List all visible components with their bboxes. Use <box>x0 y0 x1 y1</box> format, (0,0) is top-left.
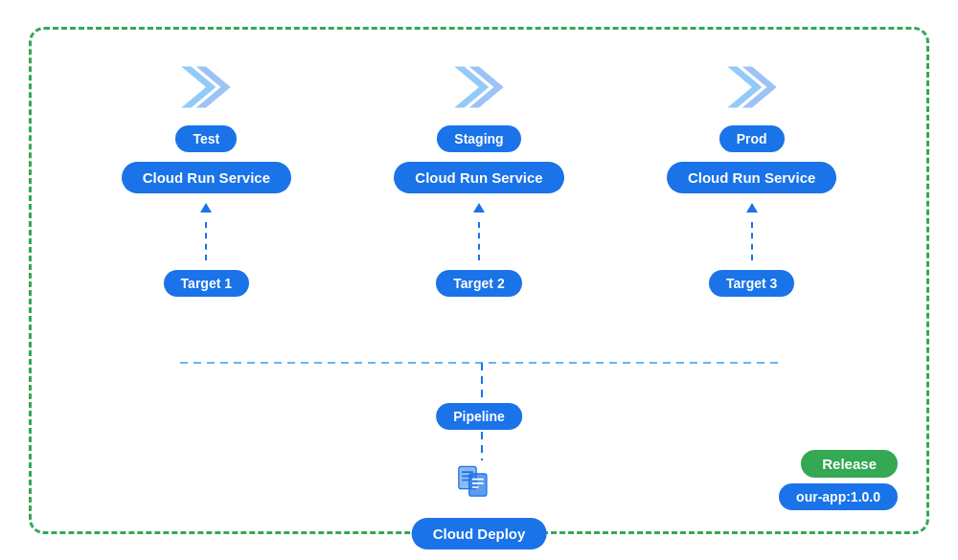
v-line-test <box>205 222 207 260</box>
diagram-container: Test Cloud Run Service Target 1 Staging <box>29 27 929 534</box>
pipeline-pill: Pipeline <box>436 403 522 430</box>
column-staging: Staging Cloud Run Service Target 2 <box>394 58 563 297</box>
arrow-up-prod <box>746 203 758 213</box>
release-section: Release our-app:1.0.0 <box>779 450 898 510</box>
cloud-run-icon-test <box>172 58 240 116</box>
target-label-test: Target 1 <box>164 270 249 297</box>
deploy-label: Cloud Deploy <box>412 518 547 549</box>
service-label-staging: Cloud Run Service <box>394 162 563 193</box>
target-label-prod: Target 3 <box>709 270 794 297</box>
cloud-run-icon-staging <box>445 58 513 116</box>
release-badge: Release <box>801 450 898 478</box>
column-prod: Prod Cloud Run Service Target 3 <box>667 58 836 297</box>
service-label-test: Cloud Run Service <box>122 162 291 193</box>
cloud-run-icon-prod <box>718 58 786 116</box>
cloud-deploy-section: Cloud Deploy <box>412 459 547 549</box>
arrow-up-staging <box>473 203 485 213</box>
env-label-test: Test <box>175 125 237 152</box>
service-label-prod: Cloud Run Service <box>667 162 836 193</box>
svg-rect-14 <box>469 473 487 495</box>
v-line-staging <box>478 222 480 260</box>
column-test: Test Cloud Run Service Target 1 <box>122 58 291 297</box>
release-version: our-app:1.0.0 <box>779 483 898 510</box>
env-label-prod: Prod <box>719 125 785 152</box>
pipeline-label: Pipeline <box>436 403 522 430</box>
v-line-prod <box>751 222 753 260</box>
cloud-deploy-icon <box>450 459 508 506</box>
env-label-staging: Staging <box>437 125 520 152</box>
columns-area: Test Cloud Run Service Target 1 Staging <box>32 30 926 297</box>
target-label-staging: Target 2 <box>436 270 521 297</box>
arrow-up-test <box>200 203 212 213</box>
